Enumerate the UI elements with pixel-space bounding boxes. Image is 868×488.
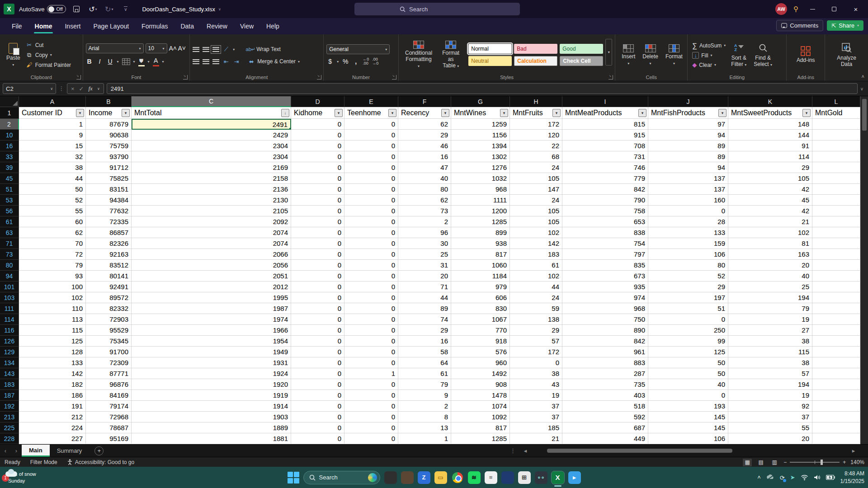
comments-button[interactable]: Comments [776,20,823,31]
cell-A134[interactable]: 133 [19,357,86,368]
cell-D192[interactable]: 0 [291,401,344,412]
sort-filter-button[interactable]: AZ Sort &Filter ▾ [727,37,750,73]
cell-I10[interactable]: 915 [562,130,648,141]
cell-style-calculation[interactable]: Calculation [514,56,557,66]
cell-I63[interactable]: 838 [562,227,648,238]
start-button[interactable] [288,472,299,483]
cell-B114[interactable]: 72903 [86,314,132,325]
cell-D39[interactable]: 0 [291,162,344,173]
vertical-scroll-thumb[interactable] [862,99,867,131]
cell-B129[interactable]: 91700 [86,347,132,357]
cell-H228[interactable]: 21 [510,433,562,444]
close-button[interactable]: × [848,3,863,15]
cell-L80[interactable] [812,260,860,271]
cell-G183[interactable]: 908 [451,379,510,390]
cell-C51[interactable]: 2136 [132,184,291,195]
zoom-level[interactable]: 140% [850,459,864,465]
cell-F187[interactable]: 9 [398,390,451,401]
cell-D56[interactable]: 0 [291,206,344,216]
cell-K114[interactable]: 19 [728,314,812,325]
chrome-icon[interactable] [451,471,464,484]
cell-B63[interactable]: 86857 [86,227,132,238]
increase-decimal-button[interactable]: ←0.00 [363,57,369,66]
filter-dropdown-icon[interactable]: ▾ [802,109,811,117]
row-header-53[interactable]: 53 [0,195,19,206]
field-header-MntSweetProducts[interactable]: MntSweetProducts▾ [728,107,812,119]
cell-A228[interactable]: 227 [19,433,86,444]
cell-H225[interactable]: 185 [510,422,562,433]
cell-E192[interactable]: 0 [344,401,398,412]
cell-E45[interactable]: 0 [344,173,398,184]
spotify-icon[interactable]: ≋ [468,471,481,484]
zoom-slider[interactable]: − + [783,459,846,465]
cell-C16[interactable]: 2304 [132,141,291,151]
confirm-entry-icon[interactable]: ✓ [79,85,84,92]
cell-E33[interactable]: 0 [344,151,398,162]
cell-L101[interactable] [812,282,860,292]
row-header-183[interactable]: 183 [0,379,19,390]
tray-chevron-up-icon[interactable]: ˄ [757,474,761,481]
cell-E16[interactable]: 0 [344,141,398,151]
cell-G16[interactable]: 1394 [451,141,510,151]
cell-A2[interactable]: 1 [19,119,86,130]
cell-K116[interactable]: 27 [728,325,812,336]
field-header-Income[interactable]: Income▾ [86,107,132,119]
cell-H63[interactable]: 102 [510,227,562,238]
styles-gallery-more-button[interactable]: ▾ [605,39,612,66]
collapse-ribbon-button[interactable]: ˄ [862,74,864,79]
cell-L71[interactable] [812,238,860,249]
tabstrip-splitter[interactable]: ⋮ [510,447,516,454]
cell-I80[interactable]: 835 [562,260,648,271]
zoom-slider-thumb[interactable] [821,460,823,465]
number-format-select[interactable]: General▾ [326,44,390,54]
cell-K56[interactable]: 42 [728,206,812,216]
row-header-39[interactable]: 39 [0,162,19,173]
align-bottom-button[interactable] [212,47,219,52]
filter-dropdown-icon[interactable]: ▾ [122,109,130,117]
cell-G111[interactable]: 830 [451,303,510,314]
cell-A56[interactable]: 55 [19,206,86,216]
cell-G56[interactable]: 1200 [451,206,510,216]
cell-F71[interactable]: 30 [398,238,451,249]
cell-B73[interactable]: 92163 [86,249,132,260]
row-header-116[interactable]: 116 [0,325,19,336]
cell-H33[interactable]: 68 [510,151,562,162]
cell-B94[interactable]: 80141 [86,271,132,282]
row-header-63[interactable]: 63 [0,227,19,238]
cell-G2[interactable]: 1259 [451,119,510,130]
cell-G187[interactable]: 1478 [451,390,510,401]
cell-G192[interactable]: 1074 [451,401,510,412]
cell-A114[interactable]: 113 [19,314,86,325]
cell-I53[interactable]: 790 [562,195,648,206]
cell-C101[interactable]: 2012 [132,282,291,292]
cell-I143[interactable]: 287 [562,368,648,379]
cell-D228[interactable]: 0 [291,433,344,444]
cell-D116[interactable]: 0 [291,325,344,336]
onedrive-paused-icon[interactable] [766,474,774,481]
cell-K225[interactable]: 55 [728,422,812,433]
cell-J94[interactable]: 52 [648,271,728,282]
font-family-select[interactable]: Arial▾ [86,43,144,53]
cell-E111[interactable]: 0 [344,303,398,314]
cell-L56[interactable] [812,206,860,216]
cell-J61[interactable]: 28 [648,216,728,227]
cell-E228[interactable]: 0 [344,433,398,444]
cell-J126[interactable]: 99 [648,336,728,347]
cell-H103[interactable]: 24 [510,292,562,303]
cell-L129[interactable] [812,347,860,357]
cell-F45[interactable]: 40 [398,173,451,184]
previous-sheet-arrow-icon[interactable]: ‹ [0,447,11,454]
expand-formula-bar-icon[interactable]: ∨ [860,86,865,91]
cell-A143[interactable]: 142 [19,368,86,379]
cell-style-bad[interactable]: Bad [514,44,557,54]
save-button[interactable] [71,3,82,15]
cell-H183[interactable]: 43 [510,379,562,390]
ribbon-tab-review[interactable]: Review [200,18,234,34]
cell-H129[interactable]: 172 [510,347,562,357]
cell-I103[interactable]: 974 [562,292,648,303]
cell-H187[interactable]: 19 [510,390,562,401]
cell-I134[interactable]: 883 [562,357,648,368]
filter-dropdown-icon[interactable]: ▾ [500,109,508,117]
wrap-text-button[interactable]: ab↵ Wrap Text [245,45,283,54]
cell-D225[interactable]: 0 [291,422,344,433]
